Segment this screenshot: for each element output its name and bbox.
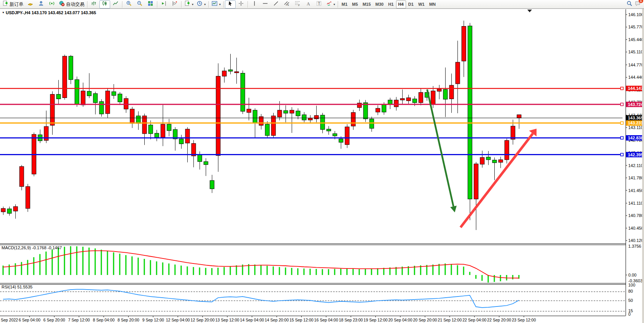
chart-area[interactable]: 146.100145.770145.440145.110144.770144.4… <box>0 0 644 323</box>
candle-body <box>492 160 497 163</box>
cursor-button[interactable] <box>225 0 236 8</box>
time-axis-label: 6 Sep 04:00 <box>19 318 41 322</box>
line-chart-button[interactable] <box>110 0 121 8</box>
rsi-scale-label: 50 <box>628 298 633 303</box>
time-axis-label: 16 Sep 04:00 <box>314 318 339 322</box>
candle-body <box>302 115 306 120</box>
text-label-button[interactable]: T <box>314 0 324 8</box>
candle-body <box>357 103 362 108</box>
timeframe-w1-button[interactable]: W1 <box>416 0 427 8</box>
clock-icon <box>197 0 203 8</box>
toolbar-separator <box>122 1 122 8</box>
profile-button[interactable] <box>36 0 46 8</box>
timeframe-m1-button[interactable]: M1 <box>339 0 350 8</box>
macd-histogram-bar <box>328 269 329 275</box>
notification-badge: 1 <box>639 0 643 3</box>
macd-histogram-bar <box>70 246 71 275</box>
macd-histogram-bar <box>347 269 348 275</box>
time-axis-label: 7 Sep 12:00 <box>68 318 90 322</box>
chevron-down-icon[interactable]: ▾ <box>334 3 335 6</box>
notifications-icon[interactable]: 1 <box>635 0 641 8</box>
time-axis-label: 14 Sep 04:00 <box>240 318 264 322</box>
pivot-line-handle[interactable] <box>621 122 623 124</box>
candle-body <box>69 56 73 80</box>
time-axis-label: 8 Sep 04:00 <box>93 318 115 322</box>
crosshair-button[interactable] <box>236 0 246 8</box>
macd-histogram-bar <box>291 268 292 275</box>
auto-trading-button[interactable]: 自动交易 <box>57 0 86 8</box>
candle-body <box>394 100 398 107</box>
candlestick-chart-button[interactable] <box>99 0 110 8</box>
candle-body <box>26 187 30 209</box>
timeframe-m30-button[interactable]: M30 <box>373 0 386 8</box>
support-1-handle[interactable] <box>621 136 623 139</box>
chevron-down-icon[interactable]: ▾ <box>219 3 221 6</box>
templates-button[interactable]: ▾ <box>210 0 222 8</box>
time-axis-label: 22 Sep 20:00 <box>487 318 511 322</box>
resistance-1-price-tag-label: 144.147 <box>628 86 643 91</box>
chevron-down-icon[interactable]: ▾ <box>192 3 193 6</box>
tile-windows-button[interactable] <box>145 0 156 8</box>
macd-scale-zero: 0.00 <box>628 273 636 277</box>
candle-body <box>167 124 171 131</box>
signals-button[interactable] <box>46 0 57 8</box>
candle-body <box>290 110 294 113</box>
user-icon <box>38 0 44 8</box>
candle-body <box>149 125 153 134</box>
support-2-handle[interactable] <box>621 153 623 156</box>
svg-text:E: E <box>287 4 289 6</box>
macd-histogram-bar <box>138 258 139 275</box>
macd-histogram-bar <box>383 268 385 275</box>
macd-histogram-bar <box>494 275 495 282</box>
time-axis-label: 12 Sep 20:00 <box>191 318 215 322</box>
equidistant-channel-button[interactable]: E <box>281 0 292 8</box>
chart-bar-gold-button[interactable] <box>25 0 36 8</box>
timeframe-m5-button[interactable]: M5 <box>350 0 360 8</box>
macd-histogram-bar <box>46 252 47 275</box>
macd-histogram-bar <box>27 260 28 275</box>
trendline-button[interactable] <box>271 0 281 8</box>
macd-histogram-bar <box>33 257 35 275</box>
svg-text:F: F <box>298 4 300 7</box>
resistance-1-handle[interactable] <box>621 87 623 90</box>
timeframe-h1-button[interactable]: H1 <box>386 0 396 8</box>
timeframe-h4-button[interactable]: H4 <box>396 0 406 8</box>
resistance-2-handle[interactable] <box>621 103 623 106</box>
time-axis-label: 20 Sep 04:00 <box>388 318 413 322</box>
chevron-down-icon[interactable]: ▾ <box>204 3 206 6</box>
macd-histogram-bar <box>218 268 219 275</box>
time-axis-label: 18 Sep 23:00 <box>339 318 363 322</box>
timeframe-d1-button[interactable]: D1 <box>406 0 416 8</box>
chart-shift-button[interactable] <box>169 0 180 8</box>
macd-histogram-bar <box>310 269 311 275</box>
zoom-out-button[interactable] <box>134 0 145 8</box>
mt4-window: 新订单自动交易▾▾▾EFAT▾M1M5M15M30H1H4D1W1MN1 146… <box>0 0 644 323</box>
price-tick-label: 145.770 <box>628 25 644 29</box>
channel-icon: E <box>284 0 290 8</box>
indicators-button[interactable]: ▾ <box>183 0 195 8</box>
price-tick-label: 144.770 <box>628 63 644 67</box>
timeframe-mn-button[interactable]: MN <box>427 0 438 8</box>
vertical-line-button[interactable] <box>249 0 260 8</box>
candle-body <box>376 108 380 112</box>
toolbar-separator <box>87 1 88 8</box>
zoom-in-button[interactable] <box>124 0 134 8</box>
candle-body <box>56 94 61 99</box>
auto-scroll-button[interactable] <box>159 0 169 8</box>
candle-body <box>265 124 269 136</box>
new-order-button[interactable]: 新订单 <box>1 0 25 8</box>
resistance-2-price-tag-label: 143.724 <box>628 102 644 107</box>
macd-histogram-bar <box>500 275 501 281</box>
macd-histogram-bar <box>451 264 452 275</box>
timeframe-m15-button[interactable]: M15 <box>360 0 373 8</box>
horizontal-line-button[interactable] <box>260 0 271 8</box>
macd-histogram-bar <box>457 265 458 275</box>
fibonacci-button[interactable]: F <box>292 0 303 8</box>
candle-body <box>204 162 208 165</box>
bar-chart-button[interactable] <box>89 0 99 8</box>
search-icon[interactable] <box>626 0 632 8</box>
macd-histogram-bar <box>512 275 514 279</box>
text-button[interactable]: A <box>303 0 314 8</box>
arrows-button[interactable]: ▾ <box>324 0 337 8</box>
periods-button[interactable]: ▾ <box>195 0 207 8</box>
